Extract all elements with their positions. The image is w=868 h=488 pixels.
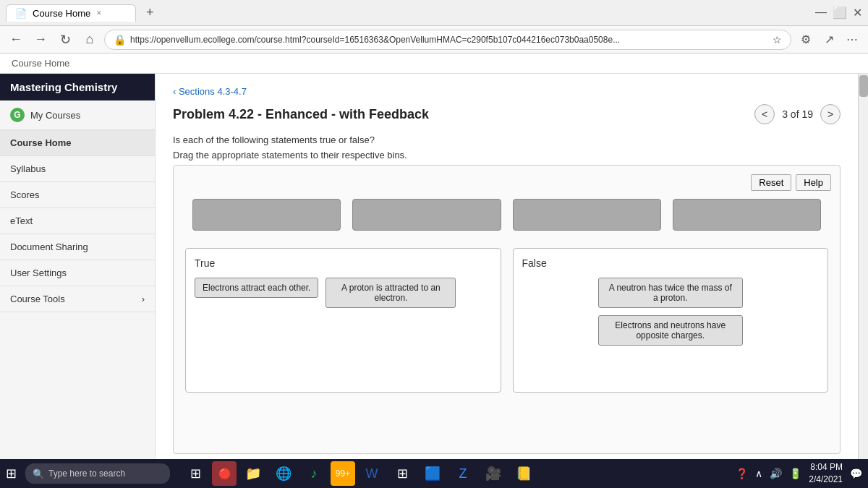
taskbar-sound-icon[interactable]: 🔊 (770, 468, 782, 479)
instruction-1: Is each of the following statements true… (173, 134, 841, 145)
sidebar-item-label: User Settings (10, 267, 67, 278)
back-link[interactable]: ‹ Sections 4.3-4.7 (173, 86, 247, 97)
taskbar-date-value: 2/4/2021 (809, 474, 843, 486)
home-btn[interactable]: ⌂ (80, 30, 100, 50)
sidebar-item-scores[interactable]: Scores (0, 182, 155, 208)
false-bin[interactable]: False A neutron has twice the mass of a … (513, 248, 829, 393)
false-bin-label: False (522, 257, 820, 269)
main-layout: Mastering Chemistry G My Courses Course … (0, 74, 868, 487)
sidebar-item-syllabus[interactable]: Syllabus (0, 156, 155, 182)
breadcrumb: Course Home (12, 58, 69, 69)
back-btn[interactable]: ← (6, 30, 26, 50)
drag-item-1[interactable] (192, 199, 341, 231)
taskbar-app-badge[interactable]: 99+ (331, 461, 355, 486)
problem-actions: Reset Help (751, 174, 831, 191)
taskbar-app-calc[interactable]: ⊞ (388, 460, 416, 487)
browser-titlebar: 📄 Course Home × + — ⬜ ✕ (0, 0, 868, 26)
statement-card[interactable]: A neutron has twice the mass of a proton… (598, 278, 743, 308)
true-bin[interactable]: True Electrons attract each other. A pro… (185, 248, 501, 393)
share-icon[interactable]: ↗ (819, 30, 839, 50)
my-courses-label: My Courses (30, 110, 80, 121)
taskbar-app-red[interactable]: 🔴 (212, 461, 237, 486)
taskbar-time-value: 8:04 PM (809, 461, 843, 474)
sidebar-item-label: Course Home (10, 137, 72, 148)
statement-card[interactable]: A proton is attracted to an electron. (326, 278, 456, 308)
problem-title: Problem 4.22 - Enhanced - with Feedback (173, 107, 429, 122)
sidebar-item-user-settings[interactable]: User Settings (0, 260, 155, 286)
instruction-2: Drag the appropriate statements to their… (173, 150, 841, 160)
chevron-right-icon: › (142, 294, 145, 304)
taskbar-search-bar[interactable]: 🔍 Type here to search (25, 463, 170, 484)
forward-btn[interactable]: → (30, 30, 51, 50)
extensions-icon[interactable]: ⚙ (796, 30, 816, 50)
sidebar-item-label: Scores (10, 189, 39, 200)
taskbar-battery-icon[interactable]: 🔋 (789, 468, 801, 479)
sidebar-item-label: Syllabus (10, 163, 46, 174)
star-icon[interactable]: ☆ (773, 34, 782, 46)
taskbar-network-icon[interactable]: ∧ (755, 468, 762, 479)
content-area: ‹ Sections 4.3-4.7 Problem 4.22 - Enhanc… (156, 74, 858, 487)
browser-tab[interactable]: 📄 Course Home × (6, 4, 136, 22)
reset-btn[interactable]: Reset (751, 174, 791, 191)
taskbar-apps: ⊞ 🔴 📁 🌐 ♪ 99+ W ⊞ 🟦 Z 🎥 📒 (182, 460, 537, 487)
new-tab-btn[interactable]: + (142, 5, 158, 20)
window-restore-btn[interactable]: ⬜ (833, 6, 847, 20)
right-scrollbar[interactable] (858, 74, 868, 487)
search-icon: 🔍 (33, 468, 44, 479)
taskbar-search-placeholder: Type here to search (48, 468, 125, 479)
sidebar-item-label: eText (10, 215, 33, 226)
window-close-btn[interactable]: ✕ (853, 6, 862, 20)
tab-close-btn[interactable]: × (96, 8, 101, 18)
browser-menu-icon[interactable]: ⋯ (842, 30, 862, 50)
taskbar-app-video[interactable]: 🎥 (480, 460, 507, 487)
page-count: 3 of 19 (782, 108, 813, 120)
taskbar-app-folder[interactable]: 📁 (239, 460, 267, 487)
taskbar-help-icon[interactable]: ❓ (736, 468, 748, 479)
taskbar-app-blue[interactable]: 🟦 (419, 460, 446, 487)
my-courses-icon: G (10, 108, 25, 122)
taskbar-app-files[interactable]: ⊞ (182, 460, 209, 487)
tab-title: Course Home (33, 8, 90, 19)
sidebar-logo: Mastering Chemistry (0, 74, 155, 100)
toolbar-icons: ⚙ ↗ ⋯ (796, 30, 862, 50)
true-bin-items: Electrons attract each other. A proton i… (195, 278, 492, 308)
sidebar-item-label: Document Sharing (10, 241, 88, 252)
drag-item-2[interactable] (352, 199, 501, 231)
address-bar[interactable]: 🔒 https://openvellum.ecollege.com/course… (104, 30, 791, 50)
taskbar-app-notebook[interactable]: 📒 (510, 460, 537, 487)
sidebar-item-label: Course Tools (10, 294, 65, 304)
taskbar-app-spotify[interactable]: ♪ (300, 460, 328, 487)
tab-favicon: 📄 (15, 8, 27, 19)
url-text: https://openvellum.ecollege.com/course.h… (130, 35, 620, 45)
problem-header: Problem 4.22 - Enhanced - with Feedback … (173, 104, 841, 124)
taskbar: ⊞ 🔍 Type here to search ⊞ 🔴 📁 🌐 ♪ 99+ W … (0, 459, 868, 488)
drag-item-3[interactable] (513, 199, 661, 231)
sidebar: Mastering Chemistry G My Courses Course … (0, 74, 156, 487)
help-btn[interactable]: Help (796, 174, 831, 191)
taskbar-app-edge[interactable]: 🌐 (270, 460, 297, 487)
sidebar-item-etext[interactable]: eText (0, 208, 155, 234)
prev-problem-btn[interactable]: < (754, 104, 775, 124)
sidebar-item-course-home[interactable]: Course Home (0, 130, 155, 156)
window-minimize-btn[interactable]: — (815, 6, 827, 20)
taskbar-app-word[interactable]: W (358, 460, 386, 487)
drag-items-row (185, 199, 828, 231)
statement-card[interactable]: Electrons attract each other. (195, 278, 318, 298)
problem-box: Reset Help True Electrons attract each o… (173, 165, 841, 454)
taskbar-clock[interactable]: 8:04 PM 2/4/2021 (809, 461, 843, 486)
reload-btn[interactable]: ↻ (55, 30, 75, 50)
sidebar-my-courses[interactable]: G My Courses (0, 100, 155, 130)
pagination: < 3 of 19 > (754, 104, 841, 124)
sidebar-item-course-tools[interactable]: Course Tools › (0, 286, 155, 312)
browser-toolbar: ← → ↻ ⌂ 🔒 https://openvellum.ecollege.co… (0, 26, 868, 53)
breadcrumb-bar: Course Home (0, 53, 868, 74)
false-bin-items: A neutron has twice the mass of a proton… (522, 278, 820, 346)
sidebar-item-document-sharing[interactable]: Document Sharing (0, 234, 155, 260)
drag-item-4[interactable] (673, 199, 821, 231)
true-bin-label: True (195, 257, 492, 269)
taskbar-app-zoom[interactable]: Z (449, 460, 477, 487)
next-problem-btn[interactable]: > (820, 104, 841, 124)
statement-card[interactable]: Electrons and neutrons have opposite cha… (598, 315, 743, 346)
start-button[interactable]: ⊞ (6, 466, 17, 481)
taskbar-notification-icon[interactable]: 💬 (850, 468, 862, 479)
